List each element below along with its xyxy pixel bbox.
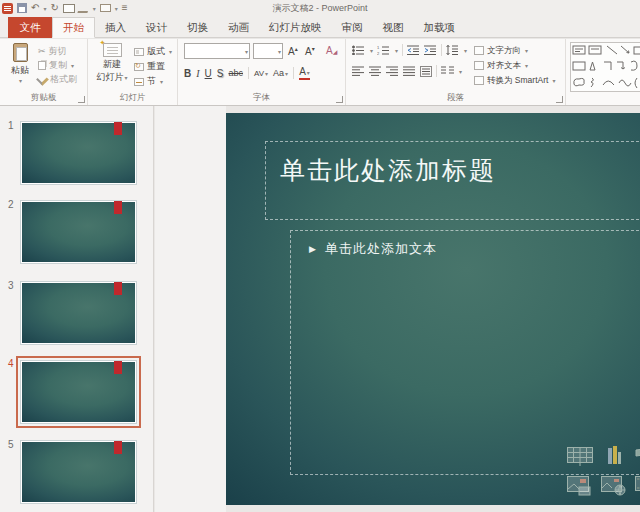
convert-smartart-icon bbox=[474, 76, 484, 85]
tab-animations[interactable]: 动画 bbox=[218, 17, 259, 38]
slide-thumbnail-4-selected[interactable] bbox=[20, 360, 137, 424]
font-size-dropdown-icon[interactable]: ▾ bbox=[278, 48, 281, 55]
paste-clipboard-icon bbox=[13, 43, 28, 62]
distribute-text-icon[interactable] bbox=[420, 66, 432, 77]
increase-indent-icon[interactable] bbox=[424, 45, 437, 55]
tab-transitions[interactable]: 切换 bbox=[177, 17, 218, 38]
insert-chart-icon[interactable] bbox=[606, 446, 622, 466]
align-text-button[interactable]: 对齐文本 ▾ bbox=[474, 58, 555, 73]
font-name-combobox[interactable]: ▾ bbox=[184, 43, 250, 59]
convert-smartart-button[interactable]: 转换为 SmartArt ▾ bbox=[474, 73, 555, 88]
justify-icon[interactable] bbox=[403, 66, 416, 76]
reset-button[interactable]: 重置 bbox=[134, 59, 172, 74]
format-painter-icon bbox=[36, 73, 49, 86]
change-case-button[interactable]: Aa▾ bbox=[273, 68, 288, 78]
shrink-font-button[interactable]: A▾ bbox=[305, 45, 315, 57]
content-placeholder-text: 单击此处添加文本 bbox=[325, 240, 437, 258]
cut-button[interactable]: ✂ 剪切 bbox=[38, 44, 77, 58]
slide-thumbnail-2[interactable] bbox=[20, 200, 137, 264]
font-color-button[interactable]: A▾ bbox=[299, 67, 310, 80]
align-text-dropdown-icon[interactable]: ▾ bbox=[525, 62, 528, 69]
svg-text:1: 1 bbox=[377, 45, 380, 50]
convert-smartart-dropdown-icon[interactable]: ▾ bbox=[552, 77, 555, 84]
decrease-indent-icon[interactable] bbox=[407, 45, 420, 55]
bullets-dropdown-icon[interactable]: ▾ bbox=[370, 47, 373, 54]
tab-slideshow[interactable]: 幻灯片放映 bbox=[259, 17, 332, 38]
clipboard-dialog-launcher-icon[interactable] bbox=[78, 96, 85, 103]
section-button[interactable]: 节 ▾ bbox=[134, 74, 172, 89]
powerpoint-window: ↶▾ ↻ ▾ ▾ ≡ 演示文稿2 - PowerPoint 文件 开始 插入 设… bbox=[0, 0, 640, 512]
bookmark-ribbon-icon bbox=[114, 361, 122, 374]
font-size-combobox[interactable]: ▾ bbox=[253, 43, 283, 59]
clear-formatting-button[interactable]: A◢ bbox=[326, 45, 337, 56]
tab-file[interactable]: 文件 bbox=[8, 17, 52, 38]
slide-canvas[interactable]: 单击此处添加标题 ▶ 单击此处添加文本 bbox=[226, 113, 640, 505]
layout-dropdown-icon[interactable]: ▾ bbox=[169, 48, 172, 55]
columns-icon[interactable] bbox=[441, 66, 454, 76]
font-dialog-launcher-icon[interactable] bbox=[336, 96, 343, 103]
insert-video-icon[interactable] bbox=[635, 476, 640, 496]
grow-font-button[interactable]: A▴ bbox=[288, 45, 298, 57]
text-direction-dropdown-icon[interactable]: ▾ bbox=[525, 47, 528, 54]
copy-dropdown-icon[interactable]: ▾ bbox=[71, 62, 74, 69]
new-slide-label-2: 幻灯片▾ bbox=[94, 71, 130, 84]
tab-home[interactable]: 开始 bbox=[52, 17, 95, 38]
bold-button[interactable]: B bbox=[184, 68, 191, 79]
align-text-label: 对齐文本 bbox=[487, 60, 521, 72]
copy-button[interactable]: 复制 ▾ bbox=[38, 58, 77, 72]
shape-icons bbox=[571, 43, 640, 91]
paragraph-dialog-launcher-icon[interactable] bbox=[556, 96, 563, 103]
new-slide-icon bbox=[103, 43, 122, 57]
underline-button[interactable]: U bbox=[205, 68, 212, 79]
slide-number-5: 5 bbox=[8, 439, 14, 450]
line-spacing-dropdown-icon[interactable]: ▾ bbox=[464, 47, 467, 54]
ribbon-tab-bar: 文件 开始 插入 设计 切换 动画 幻灯片放映 审阅 视图 加载项 bbox=[0, 16, 640, 38]
italic-button[interactable]: I bbox=[196, 68, 199, 79]
online-pictures-icon[interactable] bbox=[601, 476, 627, 496]
insert-smartart-icon[interactable] bbox=[635, 447, 640, 466]
slide-number-4: 4 bbox=[8, 358, 14, 369]
slide-number-1: 1 bbox=[8, 120, 14, 131]
paragraph-group-label: 段落 bbox=[346, 92, 565, 104]
group-drawing bbox=[566, 39, 640, 105]
strikethrough-button[interactable]: abc bbox=[228, 68, 243, 78]
paste-button[interactable]: 粘贴 ▾ bbox=[5, 42, 35, 94]
tab-insert[interactable]: 插入 bbox=[95, 17, 136, 38]
paste-dropdown-icon[interactable]: ▾ bbox=[6, 77, 35, 84]
text-direction-button[interactable]: 文字方向 ▾ bbox=[474, 43, 555, 58]
copy-icon bbox=[38, 61, 46, 70]
content-placeholder[interactable]: ▶ 单击此处添加文本 bbox=[290, 230, 640, 475]
numbering-icon[interactable]: 12 bbox=[377, 45, 390, 55]
format-painter-button[interactable]: 格式刷 bbox=[38, 72, 77, 86]
insert-table-icon[interactable] bbox=[567, 447, 593, 466]
tab-design[interactable]: 设计 bbox=[136, 17, 177, 38]
title-placeholder[interactable]: 单击此处添加标题 bbox=[265, 141, 640, 220]
slide-thumbnail-3[interactable] bbox=[20, 281, 137, 345]
section-label: 节 bbox=[147, 75, 156, 88]
reset-icon bbox=[134, 63, 144, 71]
slide-thumbnail-5[interactable] bbox=[20, 440, 137, 504]
slide-thumbnail-panel[interactable]: 1 2 3 4 5 bbox=[0, 106, 154, 512]
new-slide-button[interactable]: 新建 幻灯片▾ bbox=[94, 42, 130, 94]
font-name-dropdown-icon[interactable]: ▾ bbox=[245, 48, 248, 55]
line-spacing-icon[interactable] bbox=[446, 45, 459, 55]
cut-label: 剪切 bbox=[49, 45, 67, 58]
bullets-icon[interactable] bbox=[352, 45, 365, 55]
bookmark-ribbon-icon bbox=[114, 282, 122, 295]
columns-dropdown-icon[interactable]: ▾ bbox=[459, 68, 462, 75]
align-center-icon[interactable] bbox=[369, 66, 382, 76]
insert-picture-icon[interactable] bbox=[567, 476, 593, 496]
character-spacing-button[interactable]: AV▾ bbox=[254, 69, 268, 78]
tab-review[interactable]: 审阅 bbox=[332, 17, 373, 38]
tab-addins[interactable]: 加载项 bbox=[414, 17, 466, 38]
text-shadow-button[interactable]: S bbox=[217, 68, 224, 79]
slide-thumbnail-1[interactable] bbox=[20, 121, 137, 185]
tab-view[interactable]: 视图 bbox=[373, 17, 414, 38]
align-right-icon[interactable] bbox=[386, 66, 399, 76]
align-left-icon[interactable] bbox=[352, 66, 365, 76]
group-slides: 新建 幻灯片▾ 版式 ▾ 重置 节 ▾ 幻灯片 bbox=[88, 39, 178, 105]
numbering-dropdown-icon[interactable]: ▾ bbox=[395, 47, 398, 54]
layout-button[interactable]: 版式 ▾ bbox=[134, 44, 172, 59]
shapes-gallery[interactable] bbox=[570, 42, 640, 92]
section-dropdown-icon[interactable]: ▾ bbox=[160, 78, 163, 85]
